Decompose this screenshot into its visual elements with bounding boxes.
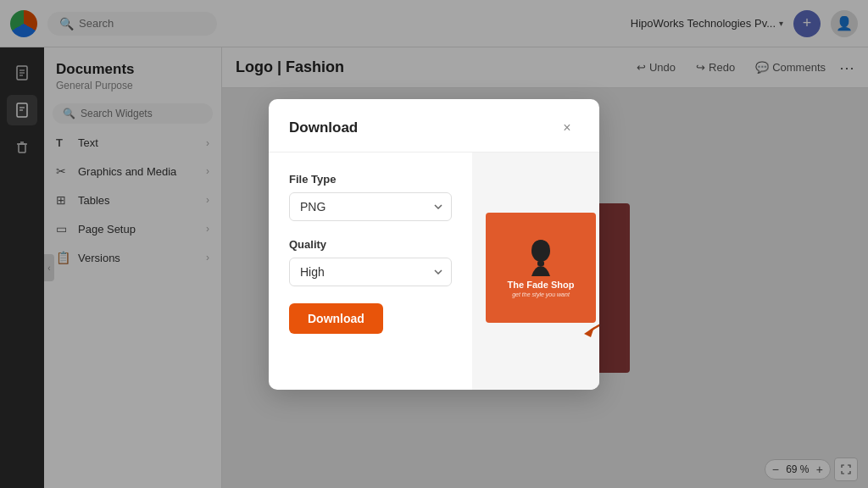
quality-group: Quality Low Medium High [289, 238, 452, 286]
modal-footer: Download [269, 303, 472, 354]
file-type-group: File Type PNG JPG PDF SVG [289, 173, 452, 221]
arrow-annotation [565, 305, 599, 339]
svg-rect-11 [537, 261, 544, 266]
modal-form: File Type PNG JPG PDF SVG Quality Low Me… [269, 152, 472, 390]
modal-body: File Type PNG JPG PDF SVG Quality Low Me… [269, 152, 599, 390]
modal-title: Download [289, 119, 358, 136]
file-type-label: File Type [289, 173, 452, 186]
preview-card-title: The Fade Shop [508, 280, 575, 291]
preview-card-subtitle: get the style you want [512, 291, 570, 297]
modal-preview: The Fade Shop get the style you want [472, 152, 599, 390]
download-button[interactable]: Download [289, 303, 383, 334]
file-type-select[interactable]: PNG JPG PDF SVG [289, 192, 452, 221]
quality-select[interactable]: Low Medium High [289, 258, 452, 286]
modal-close-button[interactable]: × [555, 116, 579, 140]
svg-marker-12 [584, 327, 594, 337]
download-modal: Download × File Type PNG JPG PDF SVG [269, 99, 599, 390]
quality-label: Quality [289, 238, 452, 251]
modal-header: Download × [269, 99, 599, 152]
preview-logo-svg [520, 237, 562, 280]
modal-overlay[interactable]: Download × File Type PNG JPG PDF SVG [0, 0, 868, 488]
